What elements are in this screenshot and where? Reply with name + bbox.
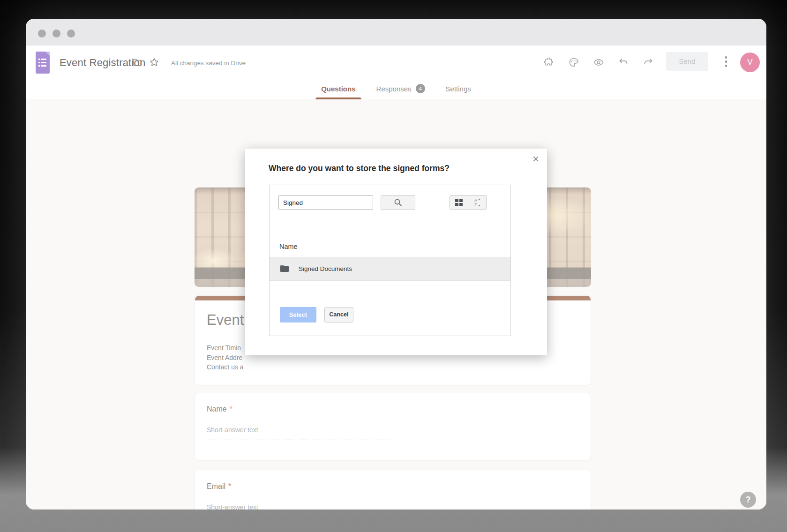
- account-avatar[interactable]: V: [740, 52, 760, 72]
- form-description-line: Event Addre: [207, 353, 244, 363]
- tab-responses[interactable]: Responses 4: [376, 78, 425, 99]
- search-button[interactable]: [381, 195, 415, 210]
- question-card-name[interactable]: Name* Short-answer text: [195, 393, 591, 460]
- sort-az-button[interactable]: A Z: [468, 195, 487, 210]
- star-icon[interactable]: [149, 57, 160, 68]
- folder-icon: [279, 263, 290, 274]
- folder-search-input[interactable]: [278, 195, 373, 210]
- required-asterisk: *: [228, 482, 231, 490]
- question-label: Email*: [207, 482, 231, 491]
- dialog-title: Where do you want to store the signed fo…: [269, 164, 450, 173]
- select-button[interactable]: Select: [280, 307, 316, 322]
- more-options-menu[interactable]: [723, 56, 729, 68]
- help-button[interactable]: ?: [740, 492, 756, 508]
- question-card-email[interactable]: Email* Short-answer text: [195, 470, 591, 510]
- window-close-button[interactable]: [38, 30, 46, 37]
- forms-icon-fold: [45, 52, 50, 56]
- tab-responses-label: Responses: [376, 85, 412, 93]
- customize-theme-palette-icon[interactable]: [568, 57, 579, 68]
- browser-window: Event Registration All changes saved in …: [26, 19, 766, 510]
- tab-settings[interactable]: Settings: [446, 78, 471, 99]
- svg-text:Z: Z: [474, 202, 477, 207]
- send-button[interactable]: Send: [666, 52, 708, 71]
- sort-az-icon: A Z: [472, 197, 482, 208]
- preview-eye-icon[interactable]: [593, 57, 604, 68]
- google-forms-icon[interactable]: [36, 52, 50, 74]
- form-description-line: Event Timin: [207, 343, 244, 353]
- add-ons-puzzle-icon[interactable]: [543, 57, 555, 68]
- tab-settings-label: Settings: [446, 85, 471, 93]
- form-tabbar: Questions Responses 4 Settings: [26, 78, 766, 100]
- window-zoom-button[interactable]: [67, 30, 75, 37]
- redo-icon[interactable]: [643, 57, 654, 68]
- responses-count-badge: 4: [416, 84, 425, 93]
- search-icon: [393, 198, 403, 207]
- close-icon[interactable]: ×: [529, 152, 542, 165]
- tab-questions[interactable]: Questions: [321, 78, 355, 99]
- form-description-line: Contact us a: [207, 362, 244, 372]
- svg-text:A: A: [474, 198, 477, 202]
- form-description: Event Timin Event Addre Contact us a: [207, 343, 244, 372]
- tab-questions-label: Questions: [321, 85, 355, 93]
- store-location-dialog: × Where do you want to store the signed …: [245, 149, 547, 355]
- window-minimize-button[interactable]: [52, 30, 60, 37]
- undo-icon[interactable]: [618, 57, 629, 68]
- question-label: Name*: [207, 405, 232, 413]
- short-answer-placeholder: Short-answer text: [207, 503, 392, 510]
- short-answer-placeholder: Short-answer text: [207, 426, 392, 440]
- window-titlebar: [26, 19, 766, 45]
- save-status: All changes saved in Drive: [171, 60, 246, 67]
- required-asterisk: *: [230, 405, 232, 413]
- column-header-name: Name: [279, 243, 298, 250]
- screenshot-stage: Event Registration All changes saved in …: [0, 0, 787, 532]
- drive-picker-panel: A Z Name Signed Documents Select Cancel: [269, 185, 511, 336]
- folder-name: Signed Documents: [299, 257, 352, 280]
- move-folder-icon[interactable]: [132, 57, 143, 68]
- grid-view-button[interactable]: [450, 195, 468, 210]
- grid-view-icon: [455, 199, 463, 207]
- folder-row-selected[interactable]: Signed Documents: [270, 257, 510, 281]
- forms-icon-list-glyph: [38, 58, 47, 67]
- cancel-button[interactable]: Cancel: [324, 307, 353, 322]
